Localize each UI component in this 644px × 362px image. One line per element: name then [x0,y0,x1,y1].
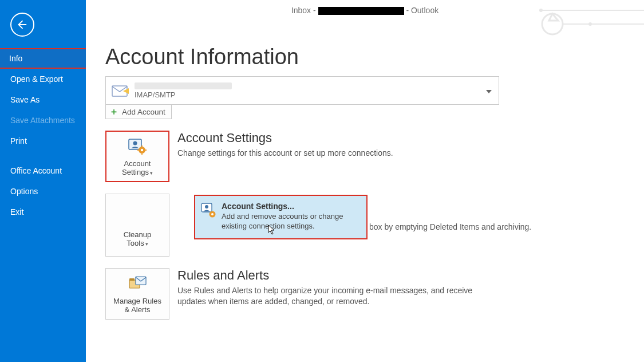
account-selector[interactable]: IMAP/SMTP [105,76,499,105]
mailbox-desc-fragment: box by emptying Deleted Items and archiv… [369,222,531,231]
sidebar-item-save-as[interactable]: Save As [0,89,86,110]
popup-title: Account Settings... [222,202,361,211]
redacted-email [318,7,404,15]
tile-label-1: Account [124,159,151,168]
account-email-redacted [135,82,232,89]
svg-point-23 [211,213,214,215]
tile-label-2: Settings [122,168,149,176]
tile-label-2: Tools [127,239,144,247]
rules-desc: Use Rules and Alerts to help organize yo… [177,285,498,307]
tile-label-1: Cleanup [124,230,151,239]
sidebar-item-exit[interactable]: Exit [0,202,86,222]
tile-label-2: & Alerts [125,305,151,314]
svg-rect-19 [136,277,146,285]
sidebar-item-options[interactable]: Options [0,181,86,202]
account-settings-icon [128,138,147,157]
svg-marker-8 [486,90,492,93]
backstage-sidebar: Info Open & Export Save As Save Attachme… [0,0,86,362]
svg-rect-18 [129,278,135,281]
svg-point-3 [588,22,592,26]
account-mail-icon [109,80,131,101]
sidebar-item-save-attachments: Save Attachments [0,110,86,131]
main-area: Inbox - - Outlook Account Information [86,0,644,362]
account-settings-small-icon [201,203,217,219]
svg-point-5 [539,9,543,12]
sidebar-item-print[interactable]: Print [0,131,86,151]
add-account-button[interactable]: ＋ Add Account [105,105,172,119]
svg-point-12 [141,148,143,151]
account-protocol: IMAP/SMTP [135,91,499,99]
account-settings-tile[interactable]: Account Settings▾ [105,131,169,182]
title-before: Inbox - [291,6,318,15]
title-after: - Outlook [406,6,438,15]
svg-point-21 [205,205,208,208]
svg-point-1 [542,14,563,34]
mailbox-cleanup-tile[interactable]: Cleanup Tools▾ [105,194,169,257]
plus-icon: ＋ [109,107,118,116]
arrow-left-icon [16,18,29,31]
rules-title: Rules and Alerts [177,268,498,283]
rules-alerts-tile[interactable]: Manage Rules & Alerts [105,268,169,320]
caret-down-icon: ▾ [150,170,153,176]
caret-down-icon: ▾ [145,241,148,247]
tile-label-1: Manage Rules [113,297,161,305]
decorative-swirl [535,0,644,40]
rules-alerts-icon [128,276,147,294]
sidebar-item-office-account[interactable]: Office Account [0,160,86,181]
add-account-label: Add Account [122,108,165,116]
chevron-down-icon [486,85,492,96]
svg-point-10 [133,141,137,145]
page-title: Account Information [105,45,625,69]
popup-desc: Add and remove accounts or change existi… [222,212,361,231]
back-button[interactable] [10,13,34,37]
account-settings-menu-item[interactable]: Account Settings... Add and remove accou… [194,195,368,239]
sidebar-item-info[interactable]: Info [0,48,87,69]
account-settings-title: Account Settings [177,131,393,145]
account-settings-desc: Change settings for this account or set … [177,148,393,159]
sidebar-item-open-export[interactable]: Open & Export [0,69,86,89]
